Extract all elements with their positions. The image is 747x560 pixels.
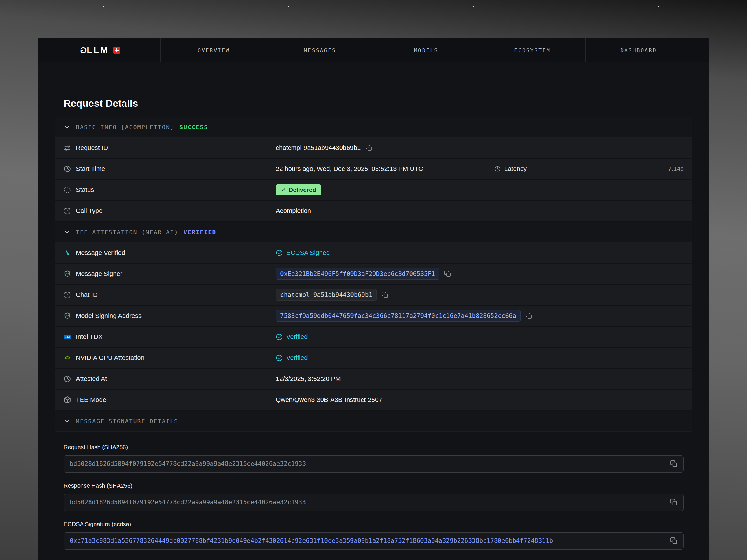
- copy-icon[interactable]: [444, 270, 451, 277]
- loader-circle-icon: [63, 186, 71, 194]
- copy-icon[interactable]: [365, 144, 372, 151]
- swiss-flag-icon: [113, 47, 120, 54]
- status-badge-success: SUCCESS: [179, 124, 208, 131]
- nav-spacer: [692, 38, 709, 62]
- model-signing-address-value: 7583cf9a59ddb0447659fac34c366e78117a2794…: [276, 310, 520, 322]
- package-icon: [63, 396, 71, 404]
- row-label: Call Type: [76, 207, 102, 215]
- row-label: Attested At: [76, 375, 107, 383]
- row-label: Intel TDX: [76, 333, 102, 341]
- message-signer-address: 0xEe321Bb2E496F5ff09D3aF29D3eb6c3d706535…: [276, 268, 439, 280]
- svg-text:intel: intel: [65, 336, 70, 339]
- row-intel-tdx: intel Intel TDX Verified: [55, 327, 692, 348]
- copy-icon[interactable]: [670, 537, 677, 544]
- logo[interactable]: GLLM: [38, 38, 161, 62]
- row-status: Status Delivered: [55, 180, 692, 201]
- latency-value: 7.14s: [668, 165, 684, 173]
- chevron-down-icon: [63, 229, 71, 236]
- tee-model-value: Qwen/Qwen3-30B-A3B-Instruct-2507: [276, 396, 382, 404]
- nvidia-logo-icon: [63, 354, 71, 362]
- logo-text: GLLM: [78, 45, 109, 55]
- call-type-value: Acompletion: [276, 207, 311, 215]
- response-hash-value: bd5028d1826d5094f079192e54778cd22a9a99a9…: [70, 499, 306, 506]
- check-circle-icon: [276, 354, 283, 362]
- clock-icon: [63, 375, 71, 383]
- row-label: Status: [76, 186, 94, 194]
- shield-check-icon: [63, 312, 71, 320]
- shield-check-icon: [63, 270, 71, 278]
- nav-item-dashboard[interactable]: DASHBOARD: [586, 38, 692, 62]
- row-label: Start Time: [76, 165, 105, 173]
- ecdsa-signature-box: 0xc71a3c983d1a5367783264449dc0027788bf42…: [63, 532, 684, 550]
- field-label: Request Hash (SHA256): [63, 444, 684, 451]
- copy-icon[interactable]: [525, 312, 532, 319]
- row-model-signing-address: Model Signing Address 7583cf9a59ddb04476…: [55, 306, 692, 327]
- nvidia-verified-status: Verified: [276, 354, 308, 362]
- request-hash-box: bd5028d1826d5094f079192e54778cd22a9a99a9…: [63, 455, 684, 473]
- row-label: Model Signing Address: [76, 312, 141, 320]
- ecdsa-signature-value: 0xc71a3c983d1a5367783264449dc0027788bf42…: [70, 537, 553, 544]
- nav-item-overview[interactable]: OVERVIEW: [161, 38, 267, 62]
- chat-id-value: chatcmpl-9a51ab94430b69b1: [276, 289, 377, 301]
- clock-icon: [63, 165, 71, 173]
- top-nav: GLLM OVERVIEW MESSAGES MODELS ECOSYSTEM …: [38, 38, 709, 62]
- row-label: Message Verified: [76, 249, 125, 257]
- latency-label-group: Latency: [494, 165, 527, 173]
- arrows-right-left-icon: [63, 144, 71, 152]
- main-content: Request Details BASIC INFO [ACOMPLETION]…: [38, 62, 709, 560]
- ecdsa-signed-status: ECDSA Signed: [276, 249, 330, 257]
- section-header-tee-attestation[interactable]: TEE ATTESTATION (NEAR AI) VERIFIED: [55, 222, 692, 243]
- row-message-verified: Message Verified ECDSA Signed: [55, 243, 692, 264]
- section-header-basic-info[interactable]: BASIC INFO [ACOMPLETION] SUCCESS: [55, 117, 692, 138]
- row-tee-model: TEE Model Qwen/Qwen3-30B-A3B-Instruct-25…: [55, 390, 692, 411]
- row-call-type: Call Type Acompletion: [55, 201, 692, 222]
- section-title: TEE ATTESTATION (NEAR AI): [76, 229, 178, 236]
- check-circle-icon: [276, 249, 283, 257]
- field-label: Response Hash (SHA256): [63, 482, 684, 489]
- scan-icon: [63, 207, 71, 215]
- copy-icon[interactable]: [381, 291, 388, 298]
- check-icon: [280, 187, 286, 192]
- intel-tdx-verified-status: Verified: [276, 333, 308, 341]
- row-label: Chat ID: [76, 291, 98, 299]
- row-start-time: Start Time 22 hours ago, Wed, Dec 3, 202…: [55, 159, 692, 180]
- row-label: Message Signer: [76, 270, 122, 278]
- nav-item-models[interactable]: MODELS: [373, 38, 480, 62]
- field-label: ECDSA Signature (ecdsa): [63, 521, 684, 528]
- section-title: BASIC INFO [ACOMPLETION]: [76, 124, 174, 131]
- app-window: GLLM OVERVIEW MESSAGES MODELS ECOSYSTEM …: [38, 38, 709, 560]
- signature-details-panel: Request Hash (SHA256) bd5028d1826d5094f0…: [55, 432, 692, 560]
- copy-icon[interactable]: [670, 499, 677, 506]
- scan-icon: [63, 291, 71, 299]
- ecdsa-signature-field: ECDSA Signature (ecdsa) 0xc71a3c983d1a53…: [63, 521, 684, 550]
- row-label: Request ID: [76, 144, 108, 152]
- activity-icon: [63, 249, 71, 257]
- nav-item-ecosystem[interactable]: ECOSYSTEM: [480, 38, 586, 62]
- chevron-down-icon: [63, 124, 71, 131]
- clock-icon: [494, 166, 501, 172]
- check-circle-icon: [276, 334, 283, 340]
- row-chat-id: Chat ID chatcmpl-9a51ab94430b69b1: [55, 285, 692, 306]
- latency-label: Latency: [504, 165, 527, 173]
- status-badge-verified: VERIFIED: [183, 229, 216, 236]
- row-request-id: Request ID chatcmpl-9a51ab94430b69b1: [55, 138, 692, 159]
- intel-logo-icon: intel: [63, 333, 71, 341]
- delivered-badge: Delivered: [276, 184, 321, 195]
- request-hash-value: bd5028d1826d5094f079192e54778cd22a9a99a9…: [70, 460, 306, 467]
- nav-item-messages[interactable]: MESSAGES: [267, 38, 373, 62]
- copy-icon[interactable]: [670, 460, 677, 468]
- chevron-down-icon: [63, 418, 71, 425]
- request-id-value: chatcmpl-9a51ab94430b69b1: [276, 144, 361, 152]
- section-header-message-signature[interactable]: MESSAGE SIGNATURE DETAILS: [55, 411, 692, 432]
- response-hash-box: bd5028d1826d5094f079192e54778cd22a9a99a9…: [63, 494, 684, 511]
- start-time-value: 22 hours ago, Wed, Dec 3, 2025, 03:52:13…: [276, 165, 490, 173]
- section-title: MESSAGE SIGNATURE DETAILS: [76, 418, 178, 425]
- response-hash-field: Response Hash (SHA256) bd5028d1826d5094f…: [63, 482, 684, 511]
- row-label: TEE Model: [76, 396, 108, 404]
- attested-at-value: 12/3/2025, 3:52:20 PM: [276, 375, 341, 383]
- page-title: Request Details: [63, 98, 684, 109]
- request-hash-field: Request Hash (SHA256) bd5028d1826d5094f0…: [63, 444, 684, 473]
- row-message-signer: Message Signer 0xEe321Bb2E496F5ff09D3aF2…: [55, 264, 692, 285]
- row-nvidia-gpu-attestation: NVIDIA GPU Attestation Verified: [55, 348, 692, 369]
- row-attested-at: Attested At 12/3/2025, 3:52:20 PM: [55, 369, 692, 390]
